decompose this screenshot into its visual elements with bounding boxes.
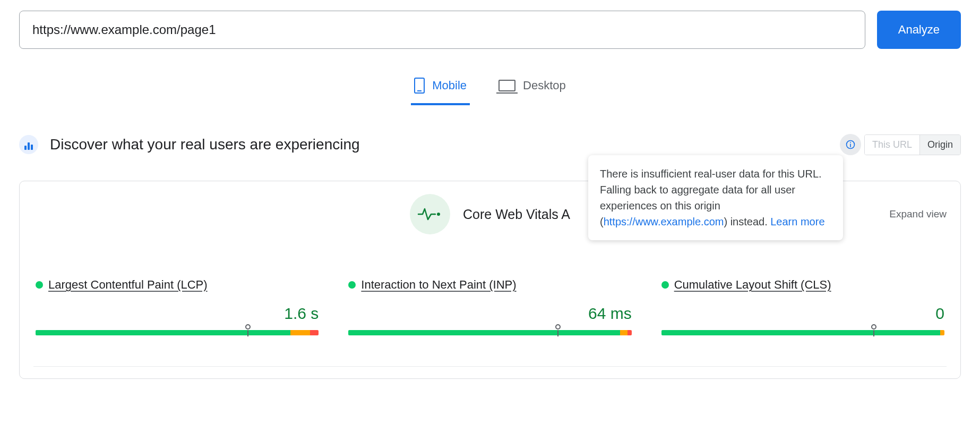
metric-lcp-name[interactable]: Largest Contentful Paint (LCP) [48,278,208,292]
bar-chart-icon [19,135,38,154]
metric-inp-name[interactable]: Interaction to Next Paint (INP) [361,278,516,292]
metric-cls-marker [871,324,876,330]
info-icon [845,139,856,150]
discover-heading: Discover what your real users are experi… [50,136,360,153]
divider [33,366,947,367]
expand-view-link[interactable]: Expand view [889,208,947,220]
status-dot-good [36,281,43,289]
info-tooltip: There is insufficient real-user data for… [588,155,843,240]
metric-lcp-value: 1.6 s [36,305,319,323]
metric-cls-bar [661,330,944,335]
metric-cls: Cumulative Layout Shift (CLS) 0 [661,278,944,335]
url-input[interactable] [19,11,865,49]
device-tabs: Mobile Desktop [19,73,961,105]
metric-lcp-bar [36,330,319,335]
metric-inp-bar [348,330,631,335]
pulse-icon [410,194,450,234]
analyze-button[interactable]: Analyze [877,11,961,49]
desktop-icon [498,80,515,91]
status-dot-good [661,281,669,289]
metric-cls-name[interactable]: Cumulative Layout Shift (CLS) [674,278,831,292]
info-icon-button[interactable] [840,134,861,155]
metric-inp: Interaction to Next Paint (INP) 64 ms [348,278,631,335]
tab-desktop-label: Desktop [523,79,566,92]
tab-mobile[interactable]: Mobile [411,73,470,105]
svg-point-3 [437,213,440,216]
mobile-icon [414,78,425,94]
scope-origin-button[interactable]: Origin [919,135,960,155]
tooltip-origin-link[interactable]: https://www.example.com [604,216,724,227]
scope-toggle: This URL Origin [864,134,961,155]
tooltip-learn-more-link[interactable]: Learn more [770,216,824,227]
tab-mobile-label: Mobile [432,79,467,92]
metric-cls-value: 0 [661,305,944,323]
metric-inp-marker [555,324,561,330]
metric-inp-value: 64 ms [348,305,631,323]
metric-lcp-marker [245,324,251,330]
scope-this-url-button: This URL [865,135,919,155]
tab-desktop[interactable]: Desktop [495,73,569,105]
cwv-title: Core Web Vitals A [463,207,570,222]
status-dot-good [348,281,356,289]
tooltip-text-after: ) instead. [724,216,770,227]
metric-lcp: Largest Contentful Paint (LCP) 1.6 s [36,278,319,335]
